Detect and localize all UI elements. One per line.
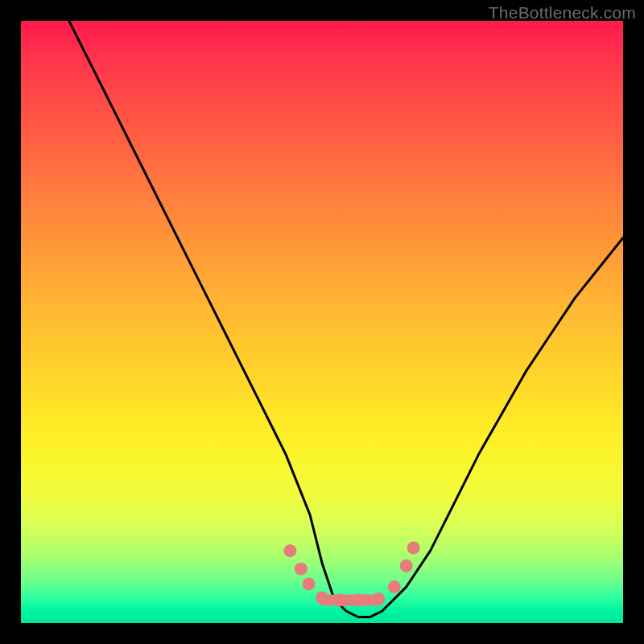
marker-dot — [353, 594, 365, 607]
marker-dot — [295, 563, 308, 576]
plot-area — [21, 21, 623, 623]
chart-svg — [21, 21, 623, 623]
marker-dot — [333, 594, 346, 607]
watermark-label: TheBottleneck.com — [489, 3, 636, 23]
marker-dot — [388, 580, 401, 593]
chart-frame: TheBottleneck.com — [0, 0, 644, 644]
marker-dot — [407, 542, 420, 555]
marker-dot — [372, 592, 385, 605]
marker-dot — [283, 544, 296, 557]
marker-dot — [316, 592, 328, 605]
marker-group — [283, 542, 419, 607]
bottleneck-curve — [69, 21, 623, 617]
marker-dot — [303, 577, 316, 590]
marker-dot — [400, 559, 413, 572]
bottleneck-curve-path — [69, 21, 623, 617]
